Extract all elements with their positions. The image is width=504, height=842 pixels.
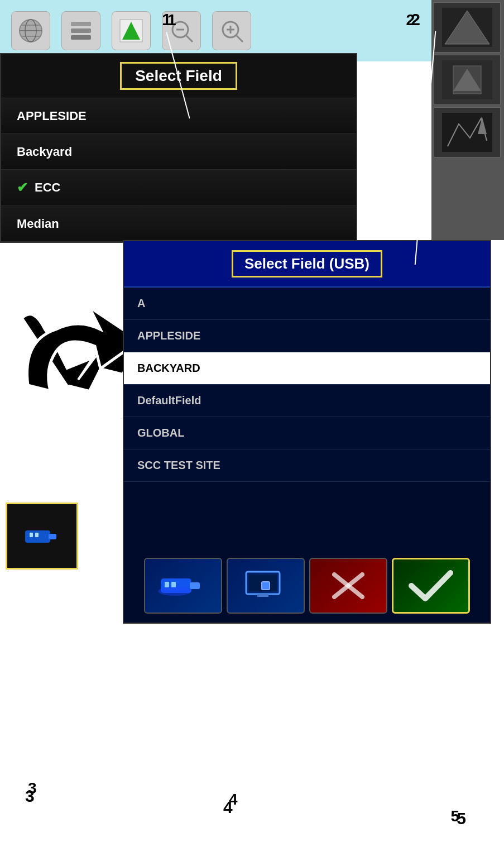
map-button[interactable]: [112, 11, 151, 50]
field-item-label: Median: [17, 217, 59, 231]
layers-button[interactable]: [61, 11, 100, 50]
svg-rect-6: [71, 28, 91, 33]
select-field-usb-dialog: Select Field (USB) A APPLESIDE BACKYARD …: [123, 240, 491, 624]
field-item-backyard[interactable]: Backyard: [1, 134, 356, 170]
select-field-usb-title-bar: Select Field (USB): [124, 241, 490, 288]
usb-field-label: SCC TEST SITE: [137, 459, 220, 472]
svg-rect-39: [262, 582, 270, 590]
svg-line-16: [236, 35, 243, 42]
check-icon: ✔: [17, 180, 28, 195]
svg-line-12: [186, 35, 193, 42]
usb-field-label: A: [137, 297, 145, 310]
field-item-appleside[interactable]: APPLESIDE: [1, 98, 356, 134]
thumbnail-1[interactable]: [434, 2, 501, 52]
annotation-line-5: [447, 781, 448, 808]
annotation-line-4: [231, 664, 251, 774]
annotation-line-3: [45, 736, 46, 775]
svg-rect-5: [71, 22, 91, 26]
usb-field-item-defaultfield[interactable]: DefaultField: [124, 385, 490, 417]
usb-field-label: BACKYARD: [137, 362, 200, 375]
globe-button[interactable]: [11, 11, 50, 50]
svg-rect-38: [257, 594, 268, 597]
svg-rect-27: [30, 533, 33, 537]
field-item-median[interactable]: Median: [1, 206, 356, 242]
confirm-button[interactable]: [392, 558, 470, 614]
field-item-ecc[interactable]: ✔ ECC: [1, 170, 356, 206]
usb-field-label: DefaultField: [137, 394, 201, 407]
toolbar: [0, 0, 504, 61]
device-screen-button[interactable]: [227, 558, 305, 614]
svg-point-34: [158, 587, 191, 596]
select-field-usb-title-text: Select Field (USB): [232, 250, 382, 278]
usb-field-item-a[interactable]: A: [124, 288, 490, 320]
usb-field-label: APPLESIDE: [137, 329, 200, 342]
usb-field-label: GLOBAL: [137, 427, 184, 439]
num-4: 4: [223, 798, 233, 817]
svg-rect-26: [49, 534, 56, 539]
usb-dialog-spacer: [124, 482, 490, 549]
svg-rect-33: [171, 582, 176, 587]
svg-rect-31: [190, 582, 200, 589]
num-2: 2: [411, 10, 420, 29]
usb-drive-button[interactable]: [144, 558, 222, 614]
cancel-button[interactable]: [309, 558, 387, 614]
field-item-label: Backyard: [17, 145, 72, 159]
thumbnail-2[interactable]: [434, 55, 501, 105]
svg-rect-32: [165, 582, 169, 587]
svg-rect-7: [71, 35, 91, 40]
zoom-in-button[interactable]: [212, 11, 251, 50]
usb-thumbnail-left[interactable]: [6, 503, 78, 570]
num-1: 1: [162, 10, 171, 29]
usb-field-item-global[interactable]: GLOBAL: [124, 417, 490, 449]
usb-bottom-button-bar: [124, 549, 490, 623]
field-item-label: APPLESIDE: [17, 109, 87, 123]
usb-field-item-scc-test-site[interactable]: SCC TEST SITE: [124, 449, 490, 482]
field-item-label: ECC: [35, 180, 60, 195]
svg-rect-28: [35, 533, 39, 537]
usb-field-item-appleside[interactable]: APPLESIDE: [124, 320, 490, 352]
num-5: 5: [457, 809, 466, 828]
thumbnail-3[interactable]: [434, 107, 501, 157]
num-3: 3: [25, 787, 35, 806]
right-thumbnail-panel: [431, 0, 504, 240]
usb-field-item-backyard[interactable]: BACKYARD: [124, 352, 490, 385]
